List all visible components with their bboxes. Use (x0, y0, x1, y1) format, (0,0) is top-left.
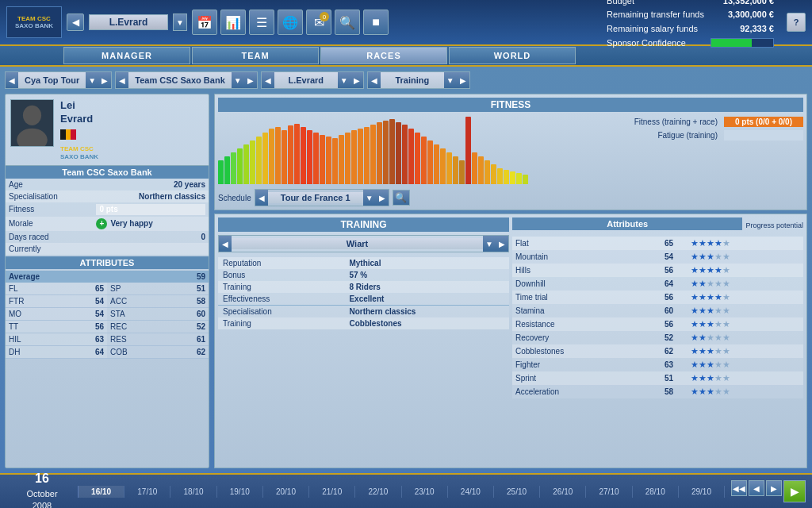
timeline-date[interactable]: 17/10 (124, 486, 170, 498)
timeline-date[interactable]: 24/10 (448, 486, 494, 498)
view-value[interactable]: Training (381, 72, 444, 88)
attr-right-label: Stamina (512, 304, 650, 318)
budget-panel: Budget13,352,000 € Remaining transfer fu… (603, 0, 777, 50)
misc-icon[interactable]: ■ (363, 10, 389, 35)
team-value[interactable]: Team CSC Saxo Bank (128, 72, 232, 88)
fitness-bar-item (282, 130, 287, 184)
tour-value[interactable]: Cya Top Tour (18, 72, 86, 88)
fitness-bar-item (307, 130, 312, 184)
nav-races[interactable]: RACES (320, 47, 447, 64)
player-next[interactable]: ▶ (350, 72, 363, 88)
fitness-bar-item (516, 173, 522, 184)
photo-icon[interactable]: 🌐 (278, 10, 303, 35)
bonus-label: Bonus (218, 269, 344, 281)
alert-icon[interactable]: ✉ 0 (306, 10, 331, 35)
timeline-play[interactable]: ▶ (783, 480, 806, 502)
attr-right-label: Acceleration (512, 385, 650, 398)
attr-right-label: Flat (512, 237, 650, 250)
player-selector: ◀ L.Evrard ▼ ▶ (261, 71, 364, 89)
search-icon[interactable]: 🔍 (335, 10, 360, 35)
age-value: 20 years (93, 179, 209, 190)
team-dropdown[interactable]: ▼ (232, 72, 244, 88)
attributes-right-table: Flat 65 ★★★★★ Mountain 54 ★★★★★ Hills 56… (512, 237, 803, 398)
trainer-value[interactable]: Wiart (232, 238, 483, 249)
player-prev[interactable]: ◀ (262, 72, 274, 88)
fitness-bar-item (275, 127, 281, 184)
selector-bar: ◀ Cya Top Tour ▼ ▶ ◀ Team CSC Saxo Bank … (5, 71, 807, 89)
attr-right-row: Downhill 64 ★★★★★ (512, 277, 803, 291)
schedule-dropdown[interactable]: ▼ (363, 190, 376, 206)
help-button[interactable]: ? (787, 13, 806, 32)
morale-icon: + (96, 218, 107, 229)
timeline-date[interactable]: 19/10 (217, 486, 263, 498)
tour-next[interactable]: ▶ (98, 72, 111, 88)
stats-icon[interactable]: 📊 (220, 10, 246, 35)
timeline: 16 October 2008 16/1017/1018/1019/1020/1… (0, 473, 812, 508)
player-avatar (10, 99, 54, 147)
schedule-prev[interactable]: ◀ (255, 190, 268, 206)
timeline-date[interactable]: 25/10 (494, 486, 540, 498)
tour-dropdown[interactable]: ▼ (86, 72, 98, 88)
player-dropdown[interactable]: ▼ (338, 72, 350, 88)
attr-right-value: 51 (650, 371, 688, 385)
trainer-dropdown[interactable]: ▼ (483, 236, 496, 252)
age-label: Age (6, 179, 93, 190)
timeline-date[interactable]: 26/10 (540, 486, 586, 498)
attr-right: REC52 (107, 321, 209, 333)
training-value: 8 Riders (344, 281, 509, 293)
player-dropdown-arrow[interactable]: ▼ (173, 13, 187, 31)
nav-manager[interactable]: MANAGER (63, 47, 190, 64)
magnify-button[interactable]: 🔍 (393, 190, 410, 206)
attr-right-stars: ★★★★★ (688, 237, 803, 250)
effectiveness-label: Effectiveness (218, 293, 344, 305)
view-next[interactable]: ▶ (457, 72, 469, 88)
back-button[interactable]: ◀ (67, 13, 84, 31)
trainer-prev[interactable]: ◀ (219, 236, 232, 252)
timeline-date[interactable]: 21/10 (309, 486, 355, 498)
attr-right: SP51 (107, 283, 209, 294)
fitness-bar-item (269, 129, 274, 184)
timeline-date[interactable]: 22/10 (355, 486, 401, 498)
timeline-date[interactable]: 16/10 (79, 486, 124, 498)
calendar-icon[interactable]: 📅 (192, 10, 217, 35)
timeline-prev-prev[interactable]: ◀◀ (731, 480, 747, 496)
schedule-next[interactable]: ▶ (376, 190, 389, 206)
trainer-selector: ◀ Wiart ▼ ▶ (218, 235, 509, 252)
attr-left: MO54 (6, 308, 107, 320)
fitness-bar-item (250, 140, 255, 184)
timeline-date[interactable]: 27/10 (586, 486, 632, 498)
fitness-training-label: Fitness (training + race) (629, 117, 724, 126)
attr-right-row: Recovery 52 ★★★★★ (512, 331, 803, 344)
fitness-bar-item (465, 117, 471, 184)
timeline-date[interactable]: 23/10 (402, 486, 448, 498)
attr-right-label: Hills (512, 264, 650, 277)
attr-row: FL65 SP51 (6, 283, 209, 295)
player-name-top[interactable]: L.Evrard (89, 14, 168, 30)
view-dropdown[interactable]: ▼ (444, 72, 457, 88)
fitness-bar-item (491, 164, 496, 184)
fitness-bar-item (440, 148, 446, 184)
attr-right-stars: ★★★★★ (688, 277, 803, 291)
view-prev[interactable]: ◀ (368, 72, 381, 88)
fitness-bar-item (421, 137, 427, 184)
budget-value: 13,352,000 € (707, 0, 777, 8)
nav-team[interactable]: TEAM (192, 47, 319, 64)
timeline-date[interactable]: 29/10 (679, 486, 725, 498)
menu-icon[interactable]: ☰ (249, 10, 274, 35)
nav-world[interactable]: WORLD (449, 47, 576, 64)
timeline-date[interactable]: 28/10 (633, 486, 679, 498)
fitness-info: Fitness (training + race) 0 pts (0/0 + 0… (629, 117, 803, 206)
timeline-next[interactable]: ▶ (766, 480, 782, 496)
team-prev[interactable]: ◀ (116, 72, 128, 88)
fitness-bar-item (326, 137, 331, 184)
timeline-prev[interactable]: ◀ (749, 480, 764, 496)
timeline-date[interactable]: 18/10 (170, 486, 216, 498)
attr-right-label: Cobblestones (512, 344, 650, 358)
svg-point-1 (23, 106, 41, 125)
team-next[interactable]: ▶ (244, 72, 257, 88)
player-value[interactable]: L.Evrard (274, 72, 338, 88)
schedule-value[interactable]: Tour de France 1 (268, 192, 363, 203)
timeline-date[interactable]: 20/10 (263, 486, 309, 498)
trainer-next[interactable]: ▶ (496, 236, 508, 252)
tour-prev[interactable]: ◀ (6, 72, 18, 88)
